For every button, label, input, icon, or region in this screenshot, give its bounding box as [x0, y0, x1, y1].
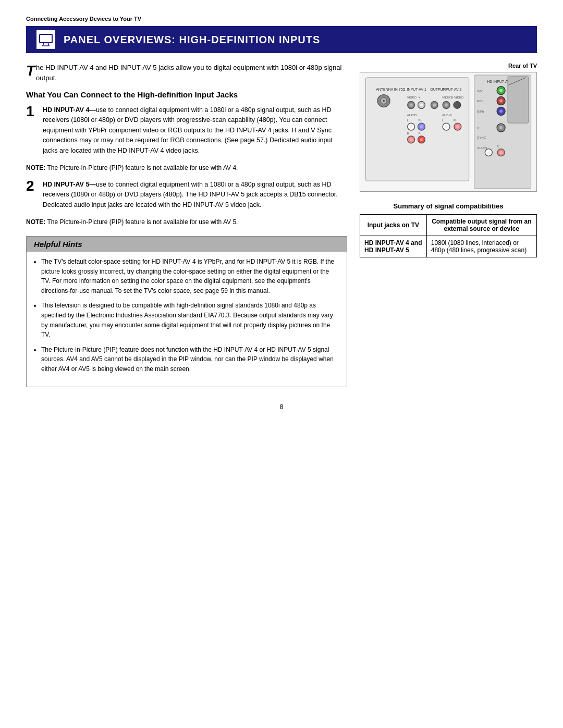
drop-cap: T: [26, 64, 35, 78]
svg-point-41: [445, 125, 448, 128]
svg-point-59: [499, 126, 503, 129]
rear-tv-label: Rear of TV: [360, 63, 537, 69]
page-number: 8: [26, 403, 537, 411]
page-title: PANEL OVERVIEWS: HIGH-DEFINITION INPUTS: [64, 34, 320, 46]
tv-rear-diagram: ANTENNA IN 75Ω INPUT-AV 1 VIDEO Y AUDIO …: [360, 72, 537, 192]
hints-heading: Helpful Hints: [27, 237, 347, 252]
intro-paragraph: The HD INPUT-AV 4 and HD INPUT-AV 5 jack…: [26, 63, 347, 83]
svg-rect-4: [365, 78, 469, 181]
svg-point-63: [487, 151, 490, 154]
svg-point-12: [410, 103, 413, 106]
svg-point-22: [420, 125, 423, 128]
note-1: NOTE: The Picture-in-Picture (PIP) featu…: [26, 163, 347, 172]
svg-text:ANTENNA IN 75Ω: ANTENNA IN 75Ω: [376, 88, 405, 91]
table-header-output: Compatible output signal from an externa…: [426, 215, 536, 236]
svg-point-25: [410, 138, 413, 141]
svg-text:R: R: [497, 145, 499, 148]
hints-list: The TV's default color-space setting for…: [27, 257, 347, 374]
svg-point-50: [499, 89, 503, 92]
item-2: 2 HD INPUT-AV 5—use to connect digital e…: [26, 180, 347, 210]
svg-text:B/Pb: B/Pb: [478, 110, 485, 113]
svg-point-31: [433, 103, 436, 106]
svg-point-65: [499, 151, 503, 154]
svg-text:Pb: Pb: [419, 119, 423, 122]
note-2-text: The Picture-in-Picture (PIP) feature is …: [45, 218, 238, 226]
hints-box: Helpful Hints The TV's default color-spa…: [26, 236, 347, 387]
svg-text:INPUT-AV 1: INPUT-AV 1: [407, 88, 426, 91]
svg-point-35: [445, 103, 448, 106]
summary-heading: Summary of signal compatibilities: [360, 202, 537, 210]
svg-text:R/Pr: R/Pr: [478, 100, 484, 103]
item-number-2: 2: [26, 179, 38, 193]
svg-text:R: R: [454, 119, 456, 122]
item-1-bold: HD INPUT-AV 4—: [43, 106, 96, 114]
svg-text:Y: Y: [419, 96, 421, 99]
item-1: 1 HD INPUT-AV 4—use to connect digital e…: [26, 105, 347, 156]
svg-text:VIDEO: VIDEO: [407, 96, 417, 99]
svg-rect-0: [40, 34, 52, 43]
hint-item-1: The TV's default color-space setting for…: [41, 257, 339, 295]
svg-text:AUDIO: AUDIO: [442, 114, 452, 117]
header-icon: [36, 30, 55, 49]
svg-point-53: [499, 100, 503, 103]
note-1-bold: NOTE:: [26, 164, 45, 171]
svg-text:R: R: [407, 132, 410, 135]
svg-point-56: [499, 109, 503, 113]
svg-text:V: V: [478, 127, 480, 130]
hint-item-3: The Picture-in-Picture (PIP) feature doe…: [41, 345, 339, 374]
hint-item-2: This television is designed to be compat…: [41, 301, 339, 339]
svg-point-44: [456, 125, 459, 128]
item-content-1: HD INPUT-AV 4—use to connect digital equ…: [43, 105, 347, 156]
table-cell-input: HD INPUT-AV 4 and HD INPUT-AV 5: [360, 236, 427, 257]
svg-text:L: L: [484, 145, 486, 148]
svg-point-8: [383, 100, 385, 102]
item-number-1: 1: [26, 104, 38, 119]
note-2-bold: NOTE:: [26, 218, 45, 226]
svg-point-15: [420, 103, 423, 106]
table-row: HD INPUT-AV 4 and HD INPUT-AV 5 1080i (1…: [360, 236, 537, 257]
svg-text:AUDIO: AUDIO: [407, 114, 417, 117]
svg-text:INPUT-AV 2: INPUT-AV 2: [442, 88, 461, 91]
tv-icon: [39, 32, 53, 47]
top-label: Connecting Accessory Devices to Your TV: [26, 16, 537, 22]
note-2: NOTE: The Picture-in-Picture (PIP) featu…: [26, 217, 347, 227]
rear-panel-svg: ANTENNA IN 75Ω INPUT-AV 1 VIDEO Y AUDIO …: [360, 72, 536, 191]
compatibility-table: Input jacks on TV Compatible output sign…: [360, 214, 537, 257]
item-2-bold: HD INPUT-AV 5—: [43, 181, 96, 188]
note-1-text: The Picture-in-Picture (PIP) feature is …: [45, 164, 238, 171]
svg-point-28: [420, 138, 423, 141]
svg-text:S-VIDEO: S-VIDEO: [451, 96, 464, 99]
table-cell-output: 1080i (1080 lines, interlaced) or 480p (…: [426, 236, 536, 257]
svg-rect-47: [508, 77, 529, 123]
section-heading: What You Can Connect to the High-definit…: [26, 90, 347, 99]
item-content-2: HD INPUT-AV 5—use to connect digital equ…: [43, 180, 347, 210]
page-header: PANEL OVERVIEWS: HIGH-DEFINITION INPUTS: [26, 26, 537, 53]
svg-point-19: [410, 125, 413, 128]
svg-rect-37: [454, 102, 461, 109]
svg-text:G/Y: G/Y: [478, 90, 483, 93]
table-header-input: Input jacks on TV: [360, 215, 427, 236]
svg-text:Pr: Pr: [419, 132, 422, 135]
svg-text:SYNC: SYNC: [478, 136, 486, 139]
intro-text: he HD INPUT-AV 4 and HD INPUT-AV 5 jacks…: [36, 64, 341, 82]
